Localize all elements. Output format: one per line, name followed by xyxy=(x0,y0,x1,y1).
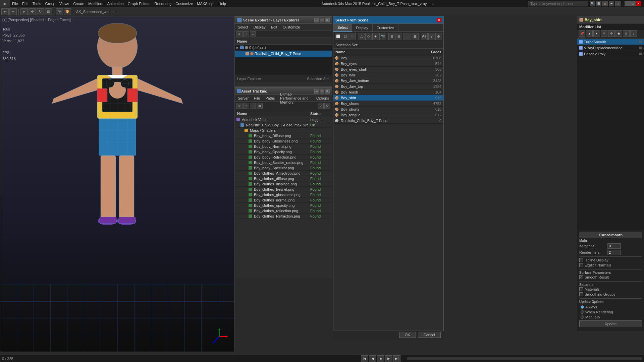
sfs-filter-geometry-button[interactable]: △ xyxy=(358,33,365,40)
star-icon[interactable]: ★ xyxy=(609,1,614,6)
mp-move-up-button[interactable]: ▲ xyxy=(586,30,593,37)
sfs-display-options-button[interactable]: ☰ xyxy=(412,33,418,40)
at-menu-options[interactable]: Options xyxy=(314,95,332,101)
sfs-filter-shapes-button[interactable]: ◇ xyxy=(365,33,372,40)
sfs-select-all-button[interactable]: ⬜ xyxy=(335,33,341,40)
prev-frame-button[interactable]: |◀ xyxy=(361,355,368,362)
sfs-row-boy-leash[interactable]: Boy_leash 104 xyxy=(333,89,443,95)
play-back-button[interactable]: ◀ xyxy=(369,355,376,362)
scene-explorer-minimize[interactable]: ─ xyxy=(314,18,319,22)
next-frame-button[interactable]: ▶| xyxy=(393,355,400,362)
at-expand-button[interactable]: ⊞ xyxy=(257,103,263,109)
search-icon[interactable]: 🔍 xyxy=(590,1,595,6)
sfs-row-realistic-child[interactable]: Realistic_Child_Boy_T-Pose 0 xyxy=(333,118,443,124)
sfs-close-button[interactable]: ✕ xyxy=(437,18,441,22)
smooth-result-checkbox[interactable] xyxy=(579,275,583,279)
sfs-row-boy-shirt[interactable]: Boy_shirt 916 xyxy=(333,95,443,101)
at-row-map-2[interactable]: Boy_body_Normal.png Found xyxy=(235,144,332,149)
at-row-map-14[interactable]: Boy_clothes_reflection.png Found xyxy=(235,208,332,214)
at-row-map-1[interactable]: Boy_body_Glossiness.png Found xyxy=(235,138,332,144)
at-row-maps-folder[interactable]: Maps / Shaders xyxy=(235,128,332,133)
sfs-cancel-button[interactable]: Cancel xyxy=(418,332,441,338)
layer-item-default[interactable]: ▶ 0 (default) xyxy=(235,45,332,51)
at-remove-button[interactable]: − xyxy=(250,103,256,109)
at-row-map-3[interactable]: Boy_body_Opacity.png Found xyxy=(235,149,332,155)
maximize-button[interactable]: □ xyxy=(630,1,636,6)
at-menu-server[interactable]: Server xyxy=(235,95,251,101)
help-icon[interactable]: ? xyxy=(615,1,621,6)
sfs-select-none-button[interactable]: ☐ xyxy=(342,33,348,40)
at-row-map-11[interactable]: Boy_clothes_glossiness.png Found xyxy=(235,192,332,197)
menu-help[interactable]: Help xyxy=(216,0,228,7)
render-button[interactable]: 📷 xyxy=(56,8,63,15)
at-row-map-4[interactable]: Boy_body_Refraction.png Found xyxy=(235,155,332,160)
se-filter-button[interactable]: ✕ xyxy=(236,31,243,37)
sfs-row-boy-shoes[interactable]: Boy_shoes 4752 xyxy=(333,101,443,107)
sfs-sort-button[interactable]: ↕ xyxy=(405,33,411,40)
at-row-map-10[interactable]: Boy_clothes_fresnel.png Found xyxy=(235,187,332,192)
at-add-button[interactable]: + xyxy=(243,103,249,109)
at-settings-button[interactable]: ⚙ xyxy=(324,103,330,109)
sfs-row-boy-tongue[interactable]: Boy_tongue 612 xyxy=(333,112,443,118)
sfs-filter-lights-button[interactable]: ☀ xyxy=(372,33,379,40)
asset-tracking-minimize[interactable]: ─ xyxy=(314,89,319,94)
rotate-button[interactable]: ↻ xyxy=(37,8,44,15)
search-input[interactable] xyxy=(528,1,588,6)
sfs-tab-select[interactable]: Select xyxy=(333,24,352,32)
at-row-map-15[interactable]: Boy_clothes_Refraction.png Found xyxy=(235,214,332,219)
at-row-map-0[interactable]: Boy_body_Diffuse.png Found xyxy=(235,133,332,138)
scene-explorer-maximize[interactable]: □ xyxy=(320,18,324,22)
manually-radio[interactable] xyxy=(581,315,584,319)
menu-animation[interactable]: Animation xyxy=(105,0,126,7)
sfs-invert-button[interactable]: ⬛ xyxy=(349,33,356,40)
iterations-input[interactable] xyxy=(607,243,621,249)
menu-group[interactable]: Group xyxy=(43,0,57,7)
mp-delete-mod-button[interactable]: ✕ xyxy=(601,30,607,37)
modifier-item-turbosmoothmod[interactable]: TurboSmooth xyxy=(577,39,644,45)
at-row-map-9[interactable]: Boy_clothes_displace.png Found xyxy=(235,181,332,187)
menu-modifiers[interactable]: Modifiers xyxy=(86,0,105,7)
minimize-button[interactable]: ─ xyxy=(625,1,630,6)
menu-icon[interactable]: ☰ xyxy=(596,1,601,6)
mp-config-mod-button[interactable]: ⚙ xyxy=(608,30,615,37)
at-row-map-12[interactable]: Boy_clothes_normal.png Found xyxy=(235,197,332,203)
se-expand-button[interactable]: + xyxy=(243,31,249,37)
sfs-row-boy-shorts[interactable]: Boy_shorts 618 xyxy=(333,107,443,112)
timeline-bar[interactable] xyxy=(407,357,642,360)
redo-button[interactable]: ↪ xyxy=(9,8,17,15)
mp-pin-button[interactable]: 📌 xyxy=(579,30,585,37)
render-iters-input[interactable] xyxy=(607,250,621,255)
menu-edit[interactable]: Edit xyxy=(20,0,31,7)
mp-collapse-button[interactable]: ↓ xyxy=(630,30,637,37)
modifier-item-editable-poly[interactable]: Editable Poly xyxy=(577,51,644,57)
viewport-render-area[interactable] xyxy=(0,16,234,352)
at-row-maxfile[interactable]: Realistic_Child_Boy_T-Pose_max_vray.max … xyxy=(235,122,332,128)
close-button[interactable]: ✕ xyxy=(636,1,641,6)
sfs-row-boy-jaw-bottom[interactable]: Boy_Jaw_bottom 3428 xyxy=(333,78,443,84)
undo-button[interactable]: ↩ xyxy=(1,8,9,15)
at-menu-bitmap[interactable]: Bitmap Performance and Memory xyxy=(277,95,314,101)
modifier-item-vray-displacement[interactable]: VRayDisplacementMod xyxy=(577,45,644,51)
at-menu-file[interactable]: File xyxy=(251,95,263,101)
smoothing-groups-checkbox[interactable] xyxy=(579,292,583,296)
asset-tracking-close[interactable]: ✕ xyxy=(325,89,330,94)
isoline-checkbox[interactable] xyxy=(579,258,583,262)
sfs-row-boy-jaw-top[interactable]: Boy_Jaw_top 1984 xyxy=(333,84,443,89)
sfs-collapse-button[interactable]: ⊟ xyxy=(395,33,402,40)
at-row-map-13[interactable]: Boy_clothes_opacity.png Found xyxy=(235,203,332,208)
update-button[interactable]: Update xyxy=(579,320,642,327)
sfs-tab-display[interactable]: Display xyxy=(352,24,373,32)
scale-button[interactable]: ⊡ xyxy=(45,8,52,15)
menu-graph-editors[interactable]: Graph Editors xyxy=(126,0,153,7)
materials-separate-checkbox[interactable] xyxy=(579,287,583,291)
scene-explorer-menu-customize[interactable]: Customize xyxy=(280,24,303,30)
menu-tools[interactable]: Tools xyxy=(31,0,43,7)
se-collapse-button[interactable]: − xyxy=(250,31,256,37)
menu-customize[interactable]: Customize xyxy=(173,0,195,7)
at-row-map-7[interactable]: Boy_clothes_Anisotropy.png Found xyxy=(235,171,332,176)
mp-make-unique-button[interactable]: ⊙ xyxy=(623,30,630,37)
sfs-row-boy-eyes[interactable]: Boy_eyes 544 xyxy=(333,61,443,67)
at-refresh-button[interactable]: ↻ xyxy=(236,103,243,109)
at-row-map-5[interactable]: Boy_body_Scatter_radius.png Found xyxy=(235,160,332,165)
scene-explorer-menu-edit[interactable]: Edit xyxy=(268,24,280,30)
